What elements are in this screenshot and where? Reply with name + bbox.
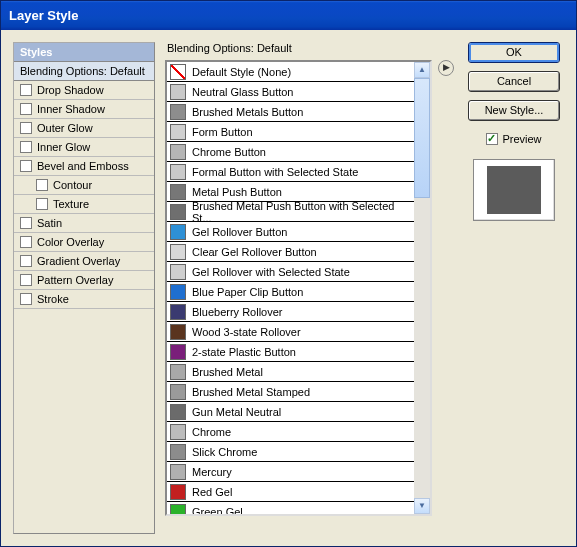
style-swatch-icon — [170, 84, 186, 100]
right-column: OK Cancel New Style... Preview — [464, 42, 564, 534]
style-row[interactable]: Gel Rollover with Selected State — [167, 262, 414, 282]
effect-checkbox[interactable] — [36, 198, 48, 210]
style-swatch-icon — [170, 344, 186, 360]
style-row[interactable]: Slick Chrome — [167, 442, 414, 462]
style-label: Blue Paper Clip Button — [192, 286, 303, 298]
scroll-up-button[interactable]: ▲ — [414, 62, 430, 78]
effect-checkbox[interactable] — [20, 217, 32, 229]
style-row[interactable]: Default Style (None) — [167, 62, 414, 82]
style-row[interactable]: Gun Metal Neutral — [167, 402, 414, 422]
style-swatch-icon — [170, 124, 186, 140]
style-row[interactable]: Blue Paper Clip Button — [167, 282, 414, 302]
style-row[interactable]: Clear Gel Rollover Button — [167, 242, 414, 262]
style-label: Gun Metal Neutral — [192, 406, 281, 418]
effect-checkbox[interactable] — [20, 255, 32, 267]
center-title: Blending Options: Default — [165, 42, 454, 60]
preview-label: Preview — [502, 133, 541, 145]
effect-row-contour[interactable]: Contour — [14, 176, 154, 195]
style-row[interactable]: Blueberry Rollover — [167, 302, 414, 322]
effect-row-outer-glow[interactable]: Outer Glow — [14, 119, 154, 138]
effect-checkbox[interactable] — [20, 293, 32, 305]
style-swatch-icon — [170, 284, 186, 300]
effect-checkbox[interactable] — [20, 141, 32, 153]
effect-row-stroke[interactable]: Stroke — [14, 290, 154, 309]
style-row[interactable]: Chrome — [167, 422, 414, 442]
style-label: Clear Gel Rollover Button — [192, 246, 317, 258]
scrollbar-vertical[interactable]: ▲ ▼ — [414, 62, 430, 514]
effect-row-satin[interactable]: Satin — [14, 214, 154, 233]
style-row[interactable]: Brushed Metals Button — [167, 102, 414, 122]
effect-label: Contour — [53, 179, 92, 191]
preview-thumbnail-frame — [473, 159, 555, 221]
style-row[interactable]: Brushed Metal — [167, 362, 414, 382]
style-row[interactable]: Formal Button with Selected State — [167, 162, 414, 182]
effect-row-pattern-overlay[interactable]: Pattern Overlay — [14, 271, 154, 290]
effect-checkbox[interactable] — [20, 84, 32, 96]
style-swatch-icon — [170, 144, 186, 160]
style-swatch-icon — [170, 164, 186, 180]
effect-row-color-overlay[interactable]: Color Overlay — [14, 233, 154, 252]
style-row[interactable]: Wood 3-state Rollover — [167, 322, 414, 342]
style-row[interactable]: 2-state Plastic Button — [167, 342, 414, 362]
effect-checkbox[interactable] — [20, 122, 32, 134]
blending-options-row[interactable]: Blending Options: Default — [14, 62, 154, 81]
style-swatch-icon — [170, 444, 186, 460]
effect-row-drop-shadow[interactable]: Drop Shadow — [14, 81, 154, 100]
effect-checkbox[interactable] — [20, 103, 32, 115]
style-row[interactable]: Mercury — [167, 462, 414, 482]
scroll-thumb[interactable] — [414, 78, 430, 198]
style-swatch-icon — [170, 64, 186, 80]
effect-row-bevel-and-emboss[interactable]: Bevel and Emboss — [14, 157, 154, 176]
style-swatch-icon — [170, 364, 186, 380]
styles-header[interactable]: Styles — [14, 43, 154, 62]
style-label: Chrome — [192, 426, 231, 438]
effect-checkbox[interactable] — [20, 236, 32, 248]
effect-row-texture[interactable]: Texture — [14, 195, 154, 214]
style-row[interactable]: Form Button — [167, 122, 414, 142]
style-label: Chrome Button — [192, 146, 266, 158]
style-label: Red Gel — [192, 486, 232, 498]
style-label: Wood 3-state Rollover — [192, 326, 301, 338]
style-swatch-icon — [170, 404, 186, 420]
effect-label: Color Overlay — [37, 236, 104, 248]
style-row[interactable]: Gel Rollover Button — [167, 222, 414, 242]
preview-checkbox-row[interactable]: Preview — [486, 133, 541, 145]
scroll-track[interactable] — [414, 78, 430, 498]
style-row[interactable]: Brushed Metal Stamped — [167, 382, 414, 402]
style-row[interactable]: Green Gel — [167, 502, 414, 516]
preview-checkbox[interactable] — [486, 133, 498, 145]
effect-row-inner-glow[interactable]: Inner Glow — [14, 138, 154, 157]
style-swatch-icon — [170, 384, 186, 400]
ok-button[interactable]: OK — [468, 42, 560, 63]
effect-row-inner-shadow[interactable]: Inner Shadow — [14, 100, 154, 119]
scroll-down-button[interactable]: ▼ — [414, 498, 430, 514]
effect-checkbox[interactable] — [20, 160, 32, 172]
titlebar[interactable]: Layer Style — [1, 1, 576, 30]
style-label: Brushed Metals Button — [192, 106, 303, 118]
style-row[interactable]: Chrome Button — [167, 142, 414, 162]
style-label: Metal Push Button — [192, 186, 282, 198]
effect-label: Outer Glow — [37, 122, 93, 134]
style-row[interactable]: Brushed Metal Push Button with Selected … — [167, 202, 414, 222]
effect-label: Bevel and Emboss — [37, 160, 129, 172]
styles-category-panel: Styles Blending Options: Default Drop Sh… — [13, 42, 155, 534]
style-label: Green Gel — [192, 506, 243, 517]
new-style-button[interactable]: New Style... — [468, 100, 560, 121]
style-label: Slick Chrome — [192, 446, 257, 458]
effect-checkbox[interactable] — [20, 274, 32, 286]
style-row[interactable]: Red Gel — [167, 482, 414, 502]
style-swatch-icon — [170, 264, 186, 280]
style-label: Gel Rollover with Selected State — [192, 266, 350, 278]
style-swatch-icon — [170, 224, 186, 240]
cancel-button[interactable]: Cancel — [468, 71, 560, 92]
style-row[interactable]: Neutral Glass Button — [167, 82, 414, 102]
effect-label: Gradient Overlay — [37, 255, 120, 267]
style-swatch-icon — [170, 304, 186, 320]
style-label: Gel Rollover Button — [192, 226, 287, 238]
window-title: Layer Style — [9, 8, 78, 23]
effect-checkbox[interactable] — [36, 179, 48, 191]
effect-label: Stroke — [37, 293, 69, 305]
flyout-menu-icon[interactable]: ▶ — [438, 60, 454, 76]
style-label: Formal Button with Selected State — [192, 166, 358, 178]
effect-row-gradient-overlay[interactable]: Gradient Overlay — [14, 252, 154, 271]
